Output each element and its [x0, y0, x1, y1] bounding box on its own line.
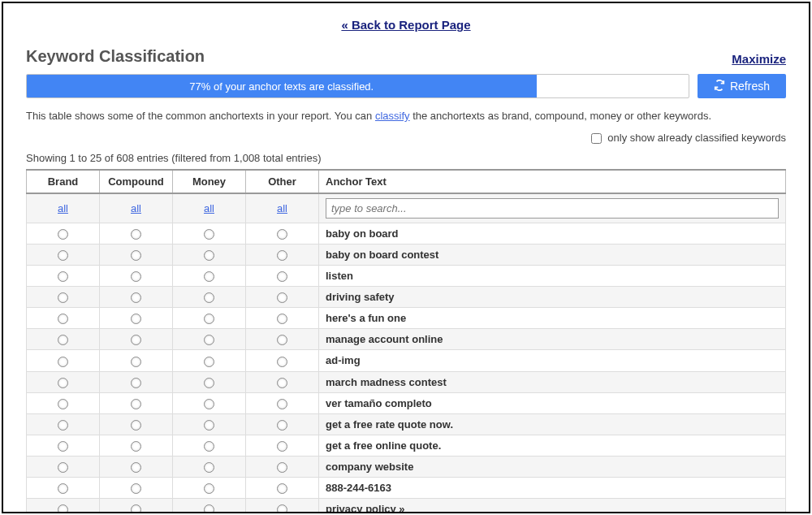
- radio-brand[interactable]: [58, 229, 68, 240]
- radio-cell-other: [246, 392, 319, 413]
- radio-brand[interactable]: [58, 483, 68, 494]
- radio-compound[interactable]: [131, 378, 141, 388]
- classify-link[interactable]: classify: [375, 110, 410, 122]
- anchor-text-cell: privacy policy »: [319, 498, 786, 513]
- col-header-other[interactable]: Other: [246, 170, 319, 193]
- radio-money[interactable]: [204, 399, 214, 409]
- radio-brand[interactable]: [58, 314, 68, 324]
- radio-compound[interactable]: [131, 335, 141, 345]
- radio-brand[interactable]: [58, 441, 68, 452]
- radio-compound[interactable]: [131, 504, 141, 513]
- radio-money[interactable]: [204, 378, 214, 388]
- radio-cell-compound: [100, 287, 173, 308]
- radio-money[interactable]: [204, 229, 214, 240]
- radio-compound[interactable]: [131, 483, 141, 494]
- radio-money[interactable]: [204, 420, 214, 431]
- col-header-compound[interactable]: Compound: [100, 170, 173, 193]
- only-classified-text: only show already classified keywords: [607, 132, 786, 144]
- refresh-button[interactable]: Refresh: [698, 74, 786, 98]
- radio-cell-other: [246, 435, 319, 456]
- anchor-text-cell: driving safety: [319, 287, 786, 308]
- radio-money[interactable]: [204, 462, 214, 473]
- anchor-text-cell: company website: [319, 456, 786, 477]
- radio-money[interactable]: [204, 314, 214, 324]
- radio-cell-money: [173, 456, 246, 477]
- col-header-brand[interactable]: Brand: [27, 170, 100, 193]
- anchor-text-cell: ver tamaño completo: [319, 392, 786, 413]
- radio-compound[interactable]: [131, 441, 141, 452]
- all-link-money[interactable]: all: [204, 202, 214, 214]
- back-link-container: « Back to Report Page: [26, 18, 786, 32]
- page-title: Keyword Classification: [26, 47, 205, 66]
- radio-compound[interactable]: [131, 399, 141, 409]
- col-header-money[interactable]: Money: [173, 170, 246, 193]
- radio-compound[interactable]: [131, 314, 141, 324]
- radio-brand[interactable]: [58, 357, 68, 367]
- radio-brand[interactable]: [58, 335, 68, 345]
- radio-money[interactable]: [204, 335, 214, 345]
- radio-money[interactable]: [204, 483, 214, 494]
- radio-other[interactable]: [277, 462, 287, 473]
- radio-cell-money: [173, 371, 246, 392]
- radio-cell-other: [246, 266, 319, 287]
- radio-cell-brand: [27, 245, 100, 266]
- radio-brand[interactable]: [58, 399, 68, 409]
- all-link-brand[interactable]: all: [58, 202, 68, 214]
- radio-cell-other: [246, 350, 319, 371]
- radio-brand[interactable]: [58, 292, 68, 303]
- radio-compound[interactable]: [131, 292, 141, 303]
- radio-other[interactable]: [277, 504, 287, 513]
- radio-other[interactable]: [277, 483, 287, 494]
- radio-compound[interactable]: [131, 229, 141, 240]
- radio-other[interactable]: [277, 399, 287, 409]
- radio-compound[interactable]: [131, 462, 141, 473]
- radio-money[interactable]: [204, 250, 214, 261]
- radio-cell-brand: [27, 329, 100, 350]
- radio-other[interactable]: [277, 292, 287, 303]
- radio-brand[interactable]: [58, 271, 68, 282]
- radio-brand[interactable]: [58, 378, 68, 388]
- radio-money[interactable]: [204, 271, 214, 282]
- radio-compound[interactable]: [131, 357, 141, 367]
- radio-other[interactable]: [277, 335, 287, 345]
- radio-cell-money: [173, 498, 246, 513]
- radio-other[interactable]: [277, 378, 287, 388]
- radio-brand[interactable]: [58, 504, 68, 513]
- radio-compound[interactable]: [131, 271, 141, 282]
- col-header-anchor[interactable]: Anchor Text: [319, 170, 786, 193]
- radio-other[interactable]: [277, 441, 287, 452]
- radio-cell-other: [246, 329, 319, 350]
- anchor-text-cell: get a free online quote.: [319, 435, 786, 456]
- radio-money[interactable]: [204, 504, 214, 513]
- all-link-compound[interactable]: all: [131, 202, 141, 214]
- radio-other[interactable]: [277, 420, 287, 431]
- radio-cell-brand: [27, 435, 100, 456]
- description-post: the anchortexts as brand, compound, mone…: [410, 110, 711, 122]
- radio-other[interactable]: [277, 250, 287, 261]
- radio-other[interactable]: [277, 357, 287, 367]
- radio-brand[interactable]: [58, 420, 68, 431]
- only-classified-label[interactable]: only show already classified keywords: [591, 132, 786, 144]
- radio-cell-money: [173, 287, 246, 308]
- search-input[interactable]: [326, 198, 779, 219]
- description-pre: This table shows some of the common anch…: [26, 110, 375, 122]
- radio-other[interactable]: [277, 314, 287, 324]
- radio-other[interactable]: [277, 271, 287, 282]
- maximize-link[interactable]: Maximize: [732, 52, 786, 66]
- table-row: driving safety: [27, 287, 786, 308]
- all-link-other[interactable]: all: [277, 202, 287, 214]
- radio-money[interactable]: [204, 292, 214, 303]
- radio-compound[interactable]: [131, 250, 141, 261]
- radio-brand[interactable]: [58, 250, 68, 261]
- radio-money[interactable]: [204, 357, 214, 367]
- table-row: baby on board contest: [27, 245, 786, 266]
- only-classified-checkbox[interactable]: [591, 133, 602, 144]
- radio-compound[interactable]: [131, 420, 141, 431]
- radio-cell-other: [246, 371, 319, 392]
- radio-brand[interactable]: [58, 462, 68, 473]
- anchor-text-cell: baby on board contest: [319, 245, 786, 266]
- anchor-text-cell: 888-244-6163: [319, 477, 786, 498]
- back-to-report-link[interactable]: « Back to Report Page: [341, 18, 470, 32]
- radio-other[interactable]: [277, 229, 287, 240]
- radio-money[interactable]: [204, 441, 214, 452]
